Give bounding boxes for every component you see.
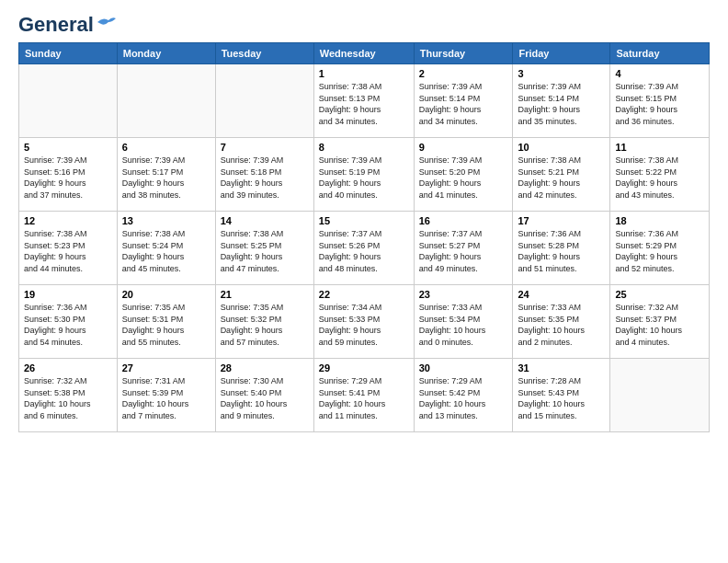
- day-number: 19: [24, 289, 112, 300]
- week-row-2: 12Sunrise: 7:38 AM Sunset: 5:23 PM Dayli…: [19, 212, 710, 285]
- day-info: Sunrise: 7:36 AM Sunset: 5:29 PM Dayligh…: [615, 228, 704, 274]
- calendar-cell: 4Sunrise: 7:39 AM Sunset: 5:15 PM Daylig…: [610, 64, 710, 138]
- calendar-cell: 2Sunrise: 7:39 AM Sunset: 5:14 PM Daylig…: [414, 64, 513, 138]
- day-info: Sunrise: 7:39 AM Sunset: 5:17 PM Dayligh…: [122, 155, 210, 201]
- logo-bird-icon: [96, 15, 116, 31]
- calendar-cell: 17Sunrise: 7:36 AM Sunset: 5:28 PM Dayli…: [513, 212, 610, 285]
- calendar-cell: 18Sunrise: 7:36 AM Sunset: 5:29 PM Dayli…: [610, 212, 710, 285]
- day-info: Sunrise: 7:35 AM Sunset: 5:31 PM Dayligh…: [122, 302, 210, 348]
- day-number: 13: [122, 215, 210, 226]
- weekday-thursday: Thursday: [414, 43, 513, 64]
- day-info: Sunrise: 7:32 AM Sunset: 5:38 PM Dayligh…: [24, 375, 112, 421]
- day-info: Sunrise: 7:37 AM Sunset: 5:26 PM Dayligh…: [319, 228, 409, 274]
- calendar-cell: 21Sunrise: 7:35 AM Sunset: 5:32 PM Dayli…: [215, 285, 313, 359]
- calendar-cell: 16Sunrise: 7:37 AM Sunset: 5:27 PM Dayli…: [414, 212, 513, 285]
- calendar-cell: 24Sunrise: 7:33 AM Sunset: 5:35 PM Dayli…: [513, 285, 610, 359]
- day-info: Sunrise: 7:36 AM Sunset: 5:28 PM Dayligh…: [518, 228, 605, 274]
- day-info: Sunrise: 7:36 AM Sunset: 5:30 PM Dayligh…: [24, 302, 112, 348]
- week-row-3: 19Sunrise: 7:36 AM Sunset: 5:30 PM Dayli…: [19, 285, 710, 359]
- day-info: Sunrise: 7:37 AM Sunset: 5:27 PM Dayligh…: [419, 228, 508, 274]
- day-number: 9: [419, 142, 508, 153]
- day-number: 29: [319, 362, 409, 373]
- calendar-cell: 5Sunrise: 7:39 AM Sunset: 5:16 PM Daylig…: [19, 138, 118, 212]
- calendar-cell: 31Sunrise: 7:28 AM Sunset: 5:43 PM Dayli…: [513, 359, 610, 432]
- day-number: 16: [419, 215, 508, 226]
- logo-general: General: [18, 15, 94, 35]
- day-info: Sunrise: 7:33 AM Sunset: 5:34 PM Dayligh…: [419, 302, 508, 348]
- day-number: 8: [319, 142, 409, 153]
- day-info: Sunrise: 7:39 AM Sunset: 5:19 PM Dayligh…: [319, 155, 409, 201]
- calendar-cell: 27Sunrise: 7:31 AM Sunset: 5:39 PM Dayli…: [117, 359, 215, 432]
- week-row-1: 5Sunrise: 7:39 AM Sunset: 5:16 PM Daylig…: [19, 138, 710, 212]
- day-info: Sunrise: 7:29 AM Sunset: 5:42 PM Dayligh…: [419, 375, 508, 421]
- day-number: 1: [319, 68, 409, 79]
- calendar-cell: 29Sunrise: 7:29 AM Sunset: 5:41 PM Dayli…: [313, 359, 414, 432]
- day-number: 6: [122, 142, 210, 153]
- day-info: Sunrise: 7:38 AM Sunset: 5:22 PM Dayligh…: [615, 155, 704, 201]
- day-number: 28: [221, 362, 309, 373]
- day-info: Sunrise: 7:28 AM Sunset: 5:43 PM Dayligh…: [518, 375, 605, 421]
- calendar-cell: 22Sunrise: 7:34 AM Sunset: 5:33 PM Dayli…: [313, 285, 414, 359]
- calendar-cell: 26Sunrise: 7:32 AM Sunset: 5:38 PM Dayli…: [19, 359, 118, 432]
- calendar-cell: 10Sunrise: 7:38 AM Sunset: 5:21 PM Dayli…: [513, 138, 610, 212]
- calendar-cell: 25Sunrise: 7:32 AM Sunset: 5:37 PM Dayli…: [610, 285, 710, 359]
- weekday-wednesday: Wednesday: [313, 43, 414, 64]
- week-row-4: 26Sunrise: 7:32 AM Sunset: 5:38 PM Dayli…: [19, 359, 710, 432]
- day-number: 15: [319, 215, 409, 226]
- day-number: 22: [319, 289, 409, 300]
- calendar-cell: 15Sunrise: 7:37 AM Sunset: 5:26 PM Dayli…: [313, 212, 414, 285]
- calendar-cell: 1Sunrise: 7:38 AM Sunset: 5:13 PM Daylig…: [313, 64, 414, 138]
- calendar-cell: 9Sunrise: 7:39 AM Sunset: 5:20 PM Daylig…: [414, 138, 513, 212]
- day-number: 7: [221, 142, 309, 153]
- day-info: Sunrise: 7:39 AM Sunset: 5:14 PM Dayligh…: [419, 81, 508, 127]
- day-number: 26: [24, 362, 112, 373]
- day-info: Sunrise: 7:31 AM Sunset: 5:39 PM Dayligh…: [122, 375, 210, 421]
- calendar-cell: 20Sunrise: 7:35 AM Sunset: 5:31 PM Dayli…: [117, 285, 215, 359]
- calendar-cell: 28Sunrise: 7:30 AM Sunset: 5:40 PM Dayli…: [215, 359, 313, 432]
- day-number: 25: [615, 289, 704, 300]
- day-number: 17: [518, 215, 605, 226]
- day-info: Sunrise: 7:39 AM Sunset: 5:18 PM Dayligh…: [221, 155, 309, 201]
- day-info: Sunrise: 7:38 AM Sunset: 5:24 PM Dayligh…: [122, 228, 210, 274]
- day-info: Sunrise: 7:29 AM Sunset: 5:41 PM Dayligh…: [319, 375, 409, 421]
- page: General SundayMondayTuesdayWednesdayThur…: [0, 0, 728, 563]
- calendar-cell: 13Sunrise: 7:38 AM Sunset: 5:24 PM Dayli…: [117, 212, 215, 285]
- calendar-table: SundayMondayTuesdayWednesdayThursdayFrid…: [18, 42, 710, 432]
- day-number: 11: [615, 142, 704, 153]
- day-info: Sunrise: 7:32 AM Sunset: 5:37 PM Dayligh…: [615, 302, 704, 348]
- week-row-0: 1Sunrise: 7:38 AM Sunset: 5:13 PM Daylig…: [19, 64, 710, 138]
- weekday-tuesday: Tuesday: [215, 43, 313, 64]
- weekday-header-row: SundayMondayTuesdayWednesdayThursdayFrid…: [19, 43, 710, 64]
- day-info: Sunrise: 7:39 AM Sunset: 5:20 PM Dayligh…: [419, 155, 508, 201]
- calendar-cell: 8Sunrise: 7:39 AM Sunset: 5:19 PM Daylig…: [313, 138, 414, 212]
- day-info: Sunrise: 7:38 AM Sunset: 5:13 PM Dayligh…: [319, 81, 409, 127]
- day-number: 10: [518, 142, 605, 153]
- day-number: 21: [221, 289, 309, 300]
- day-number: 5: [24, 142, 112, 153]
- weekday-friday: Friday: [513, 43, 610, 64]
- calendar-cell: 19Sunrise: 7:36 AM Sunset: 5:30 PM Dayli…: [19, 285, 118, 359]
- calendar-cell: 6Sunrise: 7:39 AM Sunset: 5:17 PM Daylig…: [117, 138, 215, 212]
- day-info: Sunrise: 7:39 AM Sunset: 5:14 PM Dayligh…: [518, 81, 605, 127]
- day-number: 30: [419, 362, 508, 373]
- calendar-cell: 7Sunrise: 7:39 AM Sunset: 5:18 PM Daylig…: [215, 138, 313, 212]
- calendar-cell: 14Sunrise: 7:38 AM Sunset: 5:25 PM Dayli…: [215, 212, 313, 285]
- day-number: 3: [518, 68, 605, 79]
- day-number: 2: [419, 68, 508, 79]
- day-info: Sunrise: 7:38 AM Sunset: 5:25 PM Dayligh…: [221, 228, 309, 274]
- day-number: 24: [518, 289, 605, 300]
- weekday-sunday: Sunday: [19, 43, 118, 64]
- calendar-cell: [215, 64, 313, 138]
- weekday-monday: Monday: [117, 43, 215, 64]
- weekday-saturday: Saturday: [610, 43, 710, 64]
- calendar-cell: 3Sunrise: 7:39 AM Sunset: 5:14 PM Daylig…: [513, 64, 610, 138]
- day-info: Sunrise: 7:38 AM Sunset: 5:21 PM Dayligh…: [518, 155, 605, 201]
- calendar-cell: 11Sunrise: 7:38 AM Sunset: 5:22 PM Dayli…: [610, 138, 710, 212]
- calendar-cell: 23Sunrise: 7:33 AM Sunset: 5:34 PM Dayli…: [414, 285, 513, 359]
- day-number: 18: [615, 215, 704, 226]
- day-number: 31: [518, 362, 605, 373]
- header: General: [18, 15, 710, 33]
- calendar-cell: 30Sunrise: 7:29 AM Sunset: 5:42 PM Dayli…: [414, 359, 513, 432]
- day-number: 27: [122, 362, 210, 373]
- calendar-cell: [117, 64, 215, 138]
